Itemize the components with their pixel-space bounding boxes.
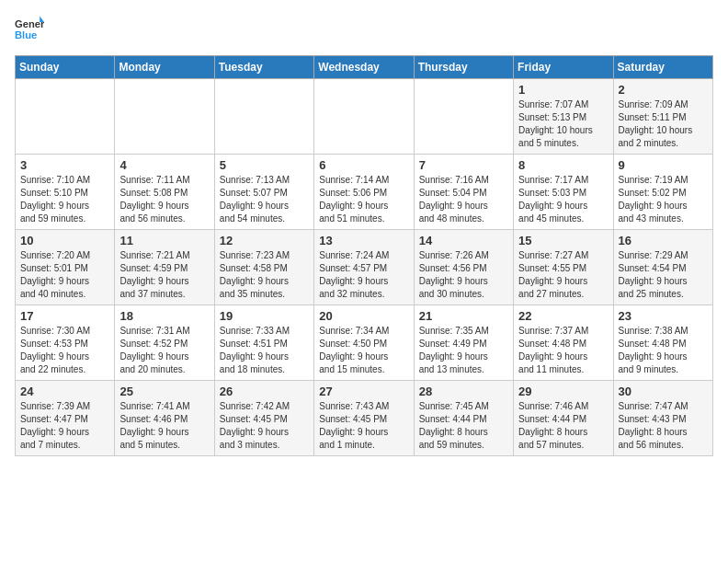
calendar-cell: 13Sunrise: 7:24 AM Sunset: 4:57 PM Dayli…	[314, 230, 414, 305]
cell-info: Sunrise: 7:27 AM Sunset: 4:55 PM Dayligh…	[518, 249, 608, 301]
cell-info: Sunrise: 7:16 AM Sunset: 5:04 PM Dayligh…	[419, 174, 508, 225]
day-number: 8	[518, 158, 608, 172]
calendar-cell: 28Sunrise: 7:45 AM Sunset: 4:44 PM Dayli…	[414, 381, 513, 456]
cell-info: Sunrise: 7:39 AM Sunset: 4:47 PM Dayligh…	[20, 400, 109, 452]
weekday-header-friday: Friday	[514, 56, 613, 79]
calendar-cell: 3Sunrise: 7:10 AM Sunset: 5:10 PM Daylig…	[16, 155, 115, 230]
calendar-table: SundayMondayTuesdayWednesdayThursdayFrid…	[15, 55, 713, 456]
cell-info: Sunrise: 7:21 AM Sunset: 4:59 PM Dayligh…	[119, 249, 209, 301]
day-number: 24	[20, 385, 109, 398]
calendar-cell	[314, 79, 414, 155]
calendar-cell	[414, 79, 513, 155]
calendar-cell: 4Sunrise: 7:11 AM Sunset: 5:08 PM Daylig…	[115, 155, 214, 230]
day-number: 29	[518, 385, 608, 398]
cell-info: Sunrise: 7:45 AM Sunset: 4:44 PM Dayligh…	[419, 400, 508, 452]
cell-info: Sunrise: 7:38 AM Sunset: 4:48 PM Dayligh…	[619, 325, 708, 376]
cell-info: Sunrise: 7:26 AM Sunset: 4:56 PM Dayligh…	[419, 249, 508, 301]
cell-info: Sunrise: 7:30 AM Sunset: 4:53 PM Dayligh…	[20, 325, 109, 376]
weekday-header-wednesday: Wednesday	[314, 56, 414, 79]
cell-info: Sunrise: 7:42 AM Sunset: 4:45 PM Dayligh…	[220, 400, 309, 452]
calendar-cell: 29Sunrise: 7:46 AM Sunset: 4:44 PM Dayli…	[514, 381, 613, 456]
day-number: 25	[119, 385, 209, 398]
day-number: 26	[220, 385, 309, 398]
calendar-cell: 16Sunrise: 7:29 AM Sunset: 4:54 PM Dayli…	[613, 230, 712, 305]
logo-icon: General Blue	[15, 15, 44, 44]
day-number: 10	[20, 234, 109, 247]
calendar-cell: 22Sunrise: 7:37 AM Sunset: 4:48 PM Dayli…	[514, 305, 613, 381]
page-header: General Blue	[15, 15, 713, 44]
weekday-header-thursday: Thursday	[414, 56, 513, 79]
cell-info: Sunrise: 7:24 AM Sunset: 4:57 PM Dayligh…	[319, 249, 408, 301]
cell-info: Sunrise: 7:17 AM Sunset: 5:03 PM Dayligh…	[518, 174, 608, 225]
cell-info: Sunrise: 7:07 AM Sunset: 5:13 PM Dayligh…	[518, 98, 608, 150]
day-number: 4	[119, 158, 209, 172]
day-number: 6	[319, 158, 408, 172]
cell-info: Sunrise: 7:14 AM Sunset: 5:06 PM Dayligh…	[319, 174, 408, 225]
day-number: 9	[619, 158, 708, 172]
calendar-cell: 20Sunrise: 7:34 AM Sunset: 4:50 PM Dayli…	[314, 305, 414, 381]
day-number: 11	[119, 234, 209, 247]
cell-info: Sunrise: 7:23 AM Sunset: 4:58 PM Dayligh…	[220, 249, 309, 301]
day-number: 30	[619, 385, 708, 398]
day-number: 28	[419, 385, 508, 398]
calendar-cell: 9Sunrise: 7:19 AM Sunset: 5:02 PM Daylig…	[613, 155, 712, 230]
day-number: 16	[619, 234, 708, 247]
day-number: 20	[319, 309, 408, 323]
cell-info: Sunrise: 7:13 AM Sunset: 5:07 PM Dayligh…	[220, 174, 309, 225]
day-number: 12	[220, 234, 309, 247]
calendar-cell: 8Sunrise: 7:17 AM Sunset: 5:03 PM Daylig…	[514, 155, 613, 230]
day-number: 3	[20, 158, 109, 172]
calendar-cell: 26Sunrise: 7:42 AM Sunset: 4:45 PM Dayli…	[214, 381, 313, 456]
weekday-header-tuesday: Tuesday	[214, 56, 313, 79]
cell-info: Sunrise: 7:47 AM Sunset: 4:43 PM Dayligh…	[619, 400, 708, 452]
calendar-cell: 10Sunrise: 7:20 AM Sunset: 5:01 PM Dayli…	[16, 230, 115, 305]
calendar-cell: 12Sunrise: 7:23 AM Sunset: 4:58 PM Dayli…	[214, 230, 313, 305]
cell-info: Sunrise: 7:11 AM Sunset: 5:08 PM Dayligh…	[119, 174, 209, 225]
calendar-cell: 15Sunrise: 7:27 AM Sunset: 4:55 PM Dayli…	[514, 230, 613, 305]
day-number: 15	[518, 234, 608, 247]
calendar-cell: 23Sunrise: 7:38 AM Sunset: 4:48 PM Dayli…	[613, 305, 712, 381]
day-number: 13	[319, 234, 408, 247]
weekday-header-sunday: Sunday	[16, 56, 115, 79]
day-number: 14	[419, 234, 508, 247]
cell-info: Sunrise: 7:34 AM Sunset: 4:50 PM Dayligh…	[319, 325, 408, 376]
cell-info: Sunrise: 7:35 AM Sunset: 4:49 PM Dayligh…	[419, 325, 508, 376]
calendar-cell: 30Sunrise: 7:47 AM Sunset: 4:43 PM Dayli…	[613, 381, 712, 456]
cell-info: Sunrise: 7:29 AM Sunset: 4:54 PM Dayligh…	[619, 249, 708, 301]
calendar-cell: 14Sunrise: 7:26 AM Sunset: 4:56 PM Dayli…	[414, 230, 513, 305]
calendar-cell	[16, 79, 115, 155]
cell-info: Sunrise: 7:20 AM Sunset: 5:01 PM Dayligh…	[20, 249, 109, 301]
cell-info: Sunrise: 7:10 AM Sunset: 5:10 PM Dayligh…	[20, 174, 109, 225]
weekday-header-saturday: Saturday	[613, 56, 712, 79]
calendar-cell	[115, 79, 214, 155]
calendar-cell: 24Sunrise: 7:39 AM Sunset: 4:47 PM Dayli…	[16, 381, 115, 456]
cell-info: Sunrise: 7:19 AM Sunset: 5:02 PM Dayligh…	[619, 174, 708, 225]
weekday-header-monday: Monday	[115, 56, 214, 79]
calendar-cell: 25Sunrise: 7:41 AM Sunset: 4:46 PM Dayli…	[115, 381, 214, 456]
calendar-cell: 18Sunrise: 7:31 AM Sunset: 4:52 PM Dayli…	[115, 305, 214, 381]
calendar-cell: 21Sunrise: 7:35 AM Sunset: 4:49 PM Dayli…	[414, 305, 513, 381]
calendar-cell: 27Sunrise: 7:43 AM Sunset: 4:45 PM Dayli…	[314, 381, 414, 456]
day-number: 7	[419, 158, 508, 172]
day-number: 27	[319, 385, 408, 398]
day-number: 21	[419, 309, 508, 323]
cell-info: Sunrise: 7:46 AM Sunset: 4:44 PM Dayligh…	[518, 400, 608, 452]
cell-info: Sunrise: 7:33 AM Sunset: 4:51 PM Dayligh…	[220, 325, 309, 376]
cell-info: Sunrise: 7:37 AM Sunset: 4:48 PM Dayligh…	[518, 325, 608, 376]
day-number: 22	[518, 309, 608, 323]
cell-info: Sunrise: 7:31 AM Sunset: 4:52 PM Dayligh…	[119, 325, 209, 376]
svg-text:Blue: Blue	[15, 29, 37, 40]
cell-info: Sunrise: 7:09 AM Sunset: 5:11 PM Dayligh…	[619, 98, 708, 150]
day-number: 1	[518, 83, 608, 97]
calendar-cell: 5Sunrise: 7:13 AM Sunset: 5:07 PM Daylig…	[214, 155, 313, 230]
calendar-cell: 6Sunrise: 7:14 AM Sunset: 5:06 PM Daylig…	[314, 155, 414, 230]
day-number: 18	[119, 309, 209, 323]
calendar-cell	[214, 79, 313, 155]
calendar-cell: 17Sunrise: 7:30 AM Sunset: 4:53 PM Dayli…	[16, 305, 115, 381]
day-number: 23	[619, 309, 708, 323]
logo: General Blue	[15, 15, 44, 44]
calendar-cell: 19Sunrise: 7:33 AM Sunset: 4:51 PM Dayli…	[214, 305, 313, 381]
calendar-cell: 2Sunrise: 7:09 AM Sunset: 5:11 PM Daylig…	[613, 79, 712, 155]
day-number: 5	[220, 158, 309, 172]
calendar-cell: 11Sunrise: 7:21 AM Sunset: 4:59 PM Dayli…	[115, 230, 214, 305]
